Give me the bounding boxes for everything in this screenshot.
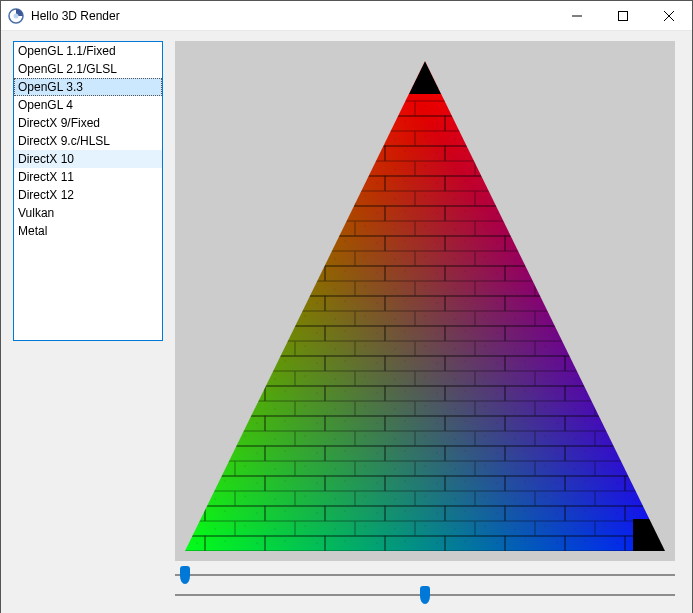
slider-2-thumb[interactable] — [420, 586, 430, 604]
slider-panel — [175, 561, 675, 605]
client-area: OpenGL 1.1/FixedOpenGL 2.1/GLSLOpenGL 3.… — [1, 31, 692, 613]
list-item[interactable]: Vulkan — [14, 204, 162, 222]
api-listbox[interactable]: OpenGL 1.1/FixedOpenGL 2.1/GLSLOpenGL 3.… — [13, 41, 163, 341]
slider-2[interactable] — [175, 585, 675, 605]
render-viewport[interactable] — [175, 41, 675, 561]
list-item[interactable]: DirectX 9/Fixed — [14, 114, 162, 132]
svg-rect-16 — [633, 519, 665, 551]
slider-2-track — [175, 594, 675, 596]
slider-1[interactable] — [175, 565, 675, 585]
svg-rect-15 — [175, 41, 675, 561]
list-item[interactable]: DirectX 11 — [14, 168, 162, 186]
maximize-icon — [618, 11, 628, 21]
svg-rect-2 — [619, 11, 628, 20]
list-item[interactable]: OpenGL 1.1/Fixed — [14, 42, 162, 60]
app-window: Hello 3D Render OpenGL 1.1/FixedOpenGL 2… — [0, 0, 693, 613]
list-item[interactable]: DirectX 12 — [14, 186, 162, 204]
titlebar[interactable]: Hello 3D Render — [1, 1, 692, 31]
list-item[interactable]: OpenGL 4 — [14, 96, 162, 114]
app-icon — [8, 8, 24, 24]
minimize-icon — [572, 11, 582, 21]
slider-1-thumb[interactable] — [180, 566, 190, 584]
rendered-triangle — [175, 41, 675, 561]
window-title: Hello 3D Render — [31, 9, 120, 23]
right-pane — [175, 41, 680, 605]
close-button[interactable] — [646, 1, 692, 31]
svg-point-1 — [14, 13, 19, 18]
list-item[interactable]: DirectX 9.c/HLSL — [14, 132, 162, 150]
slider-1-track — [175, 574, 675, 576]
close-icon — [664, 11, 674, 21]
list-item[interactable]: OpenGL 2.1/GLSL — [14, 60, 162, 78]
list-item[interactable]: Metal — [14, 222, 162, 240]
maximize-button[interactable] — [600, 1, 646, 31]
list-item[interactable]: DirectX 10 — [14, 150, 162, 168]
list-item[interactable]: OpenGL 3.3 — [14, 78, 162, 96]
minimize-button[interactable] — [554, 1, 600, 31]
